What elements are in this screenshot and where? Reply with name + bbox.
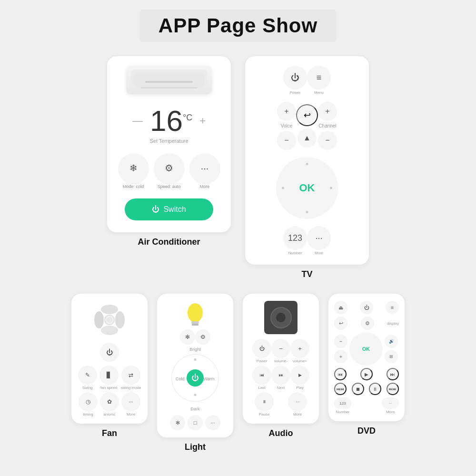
light-more-btn[interactable]: ···	[205, 415, 220, 430]
ac-temperature: 16°C	[150, 106, 192, 136]
dvd-ok-label: OK	[362, 346, 370, 352]
dvd-display-label: display	[387, 321, 399, 326]
svg-point-0	[101, 305, 118, 314]
ac-card: — 16°C + Set Temperature ❄ Mode: cold ⚙	[107, 56, 231, 232]
ac-more-btn[interactable]: ···	[189, 153, 220, 184]
fan-more-btn[interactable]: ···	[121, 392, 140, 411]
light-bottom-btn1[interactable]: ✻	[170, 415, 185, 430]
back-icon: ↩	[304, 110, 311, 120]
audio-vol-plus-label: volume+	[293, 359, 307, 363]
audio-play-btn[interactable]: ▶	[290, 366, 309, 385]
ac-speed-label: Speed: auto	[158, 184, 181, 189]
fan-card: ⏻ ✎ Swing ▊ fan speed	[71, 294, 148, 424]
nav-dot-bottom	[306, 211, 308, 213]
dots-icon: ···	[201, 163, 209, 174]
light-bottom-btn2[interactable]: □	[188, 415, 203, 430]
dvd-number-btn[interactable]: 123	[334, 397, 351, 409]
audio-next-btn[interactable]: ⏭	[271, 366, 290, 385]
light-card: ✻ ⚙ Bright Cold Warm ⏻	[157, 294, 233, 437]
dvd-power-btn[interactable]: ⏻	[360, 301, 373, 314]
light-dot-top	[194, 358, 197, 361]
dvd-next-btn[interactable]: ⏭⏭	[387, 383, 399, 395]
fan-anionic-label: anionic	[103, 412, 115, 416]
number-icon: 123	[288, 233, 302, 243]
dvd-card: ⏏ ⏻ ≡ ↩ ⚙ display − + OK	[328, 294, 405, 421]
ac-temp-minus[interactable]: —	[132, 115, 143, 127]
fan-mode-btn[interactable]: ⇄	[121, 366, 140, 385]
dvd-vol-up-btn[interactable]: 🔊	[385, 335, 398, 348]
fan-more-label: More	[127, 412, 135, 416]
fan-icon: ⚙	[165, 162, 173, 174]
tv-back-btn[interactable]: ↩	[296, 104, 318, 126]
dvd-forward-btn[interactable]: ⏭	[387, 368, 399, 380]
tv-more-btn[interactable]: ···	[307, 226, 331, 250]
fan-swing-label: Swing	[82, 386, 93, 390]
fan-speed-btn[interactable]: ▊	[99, 366, 119, 385]
tv-ch-down-btn[interactable]: −	[318, 131, 337, 150]
audio-last-btn[interactable]: ⏮	[252, 366, 271, 385]
ac-set-temp-label: Set Temperature	[149, 138, 188, 144]
audio-pause-label: Pause	[259, 412, 270, 416]
switch-button[interactable]: ⏻ Switch	[125, 198, 213, 220]
audio-vol-up-btn[interactable]: +	[290, 339, 309, 358]
dvd-play-btn[interactable]: ▶	[360, 368, 373, 380]
fan-swing-btn[interactable]: ✎	[78, 366, 97, 385]
audio-play-label: Play	[296, 386, 304, 390]
audio-vol-down-btn[interactable]: −	[271, 339, 290, 358]
ac-label: Air Conditioner	[138, 237, 200, 247]
ac-speed-btn[interactable]: ⚙	[154, 153, 185, 184]
dvd-more-btn[interactable]: ···	[382, 397, 399, 409]
fan-power-btn[interactable]: ⏻	[100, 343, 119, 362]
audio-pause-btn[interactable]: ⏸	[255, 392, 274, 411]
light-cold-label: Cold	[176, 377, 185, 381]
snowflake-icon: ❄	[129, 162, 138, 174]
clock-icon: ◷	[86, 398, 90, 405]
fan-anionic-btn[interactable]: ✿	[100, 392, 119, 411]
audio-power-btn[interactable]: ⏻	[252, 339, 271, 358]
audio-vol-minus-label: volume-	[274, 359, 288, 363]
light-power-btn[interactable]: ⏻	[187, 369, 204, 387]
pencil-icon: ✎	[85, 372, 90, 378]
tv-ok-label[interactable]: OK	[299, 182, 315, 194]
dvd-back-btn[interactable]: ↩	[334, 317, 347, 330]
light-btn2[interactable]: ⚙	[195, 329, 210, 345]
leaf-icon: ✿	[107, 398, 112, 405]
tv-power-btn[interactable]: ⏻	[283, 66, 307, 89]
light-warm-label: Warm	[203, 377, 215, 381]
dvd-rewind-btn[interactable]: ⏮	[334, 368, 347, 380]
ac-mode-btn[interactable]: ❄	[118, 153, 149, 184]
tv-number-btn[interactable]: 123	[283, 226, 307, 250]
tv-vol-down-btn[interactable]: −	[277, 131, 296, 150]
dvd-pause-btn[interactable]: ⏸	[369, 383, 381, 395]
tv-vol-up-btn[interactable]: +	[277, 102, 296, 121]
swap-icon: ⇄	[129, 372, 133, 378]
svg-rect-7	[191, 321, 199, 324]
tv-nav-circle[interactable]: OK	[276, 157, 338, 219]
dvd-prev-btn[interactable]: ⏮⏮	[334, 383, 347, 395]
dvd-eject-btn[interactable]: ⏏	[334, 301, 347, 314]
tv-ch-up-btn[interactable]: +	[318, 102, 337, 121]
dvd-stop-btn[interactable]: ⏹	[352, 383, 364, 395]
power-icon: ⏻	[291, 73, 299, 83]
fan-speed-label: fan speed	[100, 386, 117, 390]
light-btn1[interactable]: ✻	[180, 329, 195, 345]
svg-point-1	[115, 311, 125, 328]
light-ring: Cold Warm ⏻	[171, 354, 219, 402]
nav-dot-right	[330, 187, 332, 189]
dvd-plus-btn[interactable]: +	[334, 350, 347, 363]
tv-up-btn[interactable]: ▲	[298, 129, 317, 148]
dvd-minus-btn[interactable]: −	[334, 335, 347, 348]
audio-more-btn[interactable]: ···	[288, 392, 307, 411]
fan-label: Fan	[102, 428, 117, 438]
power-icon: ⏻	[191, 374, 199, 382]
dvd-more-label: More	[386, 410, 395, 414]
dvd-number-label: Number	[336, 410, 349, 414]
tv-voice-label: Voice	[281, 123, 292, 129]
dvd-grid-btn[interactable]: ⊞	[385, 350, 398, 363]
dvd-settings-btn[interactable]: ⚙	[361, 317, 374, 330]
tv-menu-btn[interactable]: ≡	[307, 66, 331, 89]
dvd-menu-btn[interactable]: ≡	[386, 301, 399, 314]
fan-timing-btn[interactable]: ◷	[79, 392, 98, 411]
ac-temp-plus[interactable]: +	[199, 115, 206, 127]
dvd-nav-circle[interactable]: OK	[349, 332, 383, 366]
